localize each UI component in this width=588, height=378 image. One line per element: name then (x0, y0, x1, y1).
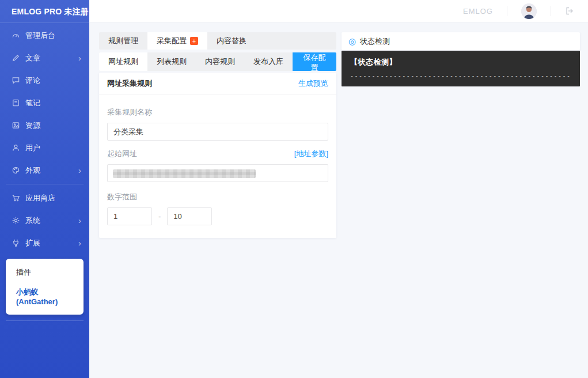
sidebar-item-label: 用户 (25, 143, 40, 153)
tab-content-replace[interactable]: 内容替换 (207, 32, 256, 50)
tab-label: 网址规则 (108, 56, 138, 67)
tab-list-rules[interactable]: 列表规则 (147, 52, 196, 71)
primary-tabbar: 规则管理 采集配置 + 内容替换 (99, 32, 336, 50)
tab-label: 列表规则 (157, 56, 187, 67)
status-panel-header: ◎ 状态检测 (342, 32, 580, 50)
sidebar-item-label: 资源 (25, 120, 40, 131)
user-icon (12, 143, 20, 152)
topbar-brand[interactable]: EMLOG (463, 7, 493, 16)
topbar: EMLOG (89, 0, 588, 22)
tab-publish[interactable]: 发布入库 (244, 52, 293, 71)
chevron-right-icon: › (78, 239, 81, 247)
card-title: 网址采集规则 (107, 78, 152, 89)
status-check-column: ◎ 状态检测 【状态检测】 --------------------------… (342, 32, 580, 86)
start-url-label-row: 起始网址 [地址参数] (107, 149, 328, 159)
tab-content-rules[interactable]: 内容规则 (196, 52, 244, 71)
sidebar-item-label: 外观 (25, 165, 40, 176)
tab-label: 内容替换 (217, 36, 246, 46)
range-to-input[interactable] (167, 207, 212, 225)
url-rule-card: 网址采集规则 生成预览 采集规则名称 起始网址 [地址参数] 数字范围 (99, 73, 336, 238)
logout-icon[interactable] (565, 6, 574, 16)
palette-icon (12, 166, 20, 175)
sidebar-divider (6, 184, 84, 184)
censored-url-value (113, 169, 256, 178)
cart-icon (12, 194, 20, 202)
tab-url-rules[interactable]: 网址规则 (99, 52, 147, 71)
image-icon (12, 121, 20, 130)
collector-config-column: 规则管理 采集配置 + 内容替换 网址规则 列表规则 内容规则 (99, 32, 336, 238)
sidebar-item-label: 系统 (25, 216, 40, 226)
range-from-input[interactable] (107, 207, 152, 225)
pencil-icon (12, 54, 20, 62)
sidebar-menu: 管理后台 文章 › 评论 笔记 (0, 23, 89, 321)
sidebar-item-extensions[interactable]: 扩展 › (0, 232, 89, 254)
range-separator: - (158, 212, 161, 221)
gear-icon (12, 216, 20, 225)
chevron-right-icon: › (78, 166, 81, 175)
sidebar-item-label: 应用商店 (25, 193, 55, 203)
rule-name-input[interactable] (107, 123, 328, 141)
sidebar: EMLOG PRO 未注册 管理后台 文章 › 评论 (0, 0, 89, 378)
avatar[interactable] (521, 3, 537, 19)
rule-name-label: 采集规则名称 (107, 107, 328, 118)
sidebar-item-notes[interactable]: 笔记 (0, 92, 89, 114)
sidebar-item-label: 扩展 (25, 238, 40, 248)
console-divider-line: ----------------------------------------… (350, 73, 571, 79)
tab-label: 规则管理 (108, 36, 138, 46)
card-body: 采集规则名称 起始网址 [地址参数] 数字范围 - (99, 94, 336, 238)
sidebar-item-app-store[interactable]: 应用商店 (0, 187, 89, 209)
submenu-item-plugins[interactable]: 插件 (6, 263, 84, 282)
number-range-label: 数字范围 (107, 192, 328, 202)
sidebar-item-label: 笔记 (25, 98, 40, 108)
topbar-separator (551, 6, 551, 16)
sidebar-item-label: 管理后台 (25, 31, 55, 41)
note-icon (12, 99, 20, 107)
sidebar-item-dashboard[interactable]: 管理后台 (0, 24, 89, 47)
sidebar-item-label: 文章 (25, 53, 40, 63)
emlog-admin-page: EMLOG PRO 未注册 管理后台 文章 › 评论 (0, 0, 588, 378)
tab-label: 发布入库 (253, 56, 283, 67)
secondary-tabbar: 网址规则 列表规则 内容规则 发布入库 保存配置 (99, 52, 336, 71)
target-icon: ◎ (348, 37, 356, 46)
sidebar-item-resources[interactable]: 资源 (0, 114, 89, 137)
submenu-item-antgather[interactable]: 小蚂蚁(AntGather) (6, 282, 84, 311)
sidebar-item-appearance[interactable]: 外观 › (0, 159, 89, 182)
plus-badge: + (190, 37, 198, 45)
tab-collect-config[interactable]: 采集配置 + (147, 32, 207, 50)
app-title: EMLOG PRO 未注册 (0, 0, 89, 23)
comment-icon (12, 76, 20, 85)
tab-label: 采集配置 (157, 36, 187, 46)
url-params-link[interactable]: [地址参数] (294, 149, 328, 159)
save-config-button[interactable]: 保存配置 (293, 52, 336, 71)
number-range-row: - (107, 207, 328, 225)
console-heading: 【状态检测】 (350, 57, 571, 67)
sidebar-item-system[interactable]: 系统 › (0, 209, 89, 232)
sidebar-item-articles[interactable]: 文章 › (0, 47, 89, 69)
card-header: 网址采集规则 生成预览 (99, 73, 336, 94)
plug-icon (12, 239, 20, 247)
sidebar-item-label: 评论 (25, 75, 40, 86)
generate-preview-link[interactable]: 生成预览 (298, 78, 328, 89)
sidebar-item-comments[interactable]: 评论 (0, 69, 89, 92)
chevron-right-icon: › (78, 54, 81, 62)
sidebar-item-users[interactable]: 用户 (0, 137, 89, 159)
start-url-label: 起始网址 (107, 149, 137, 159)
start-url-input[interactable] (107, 164, 328, 182)
status-console: 【状态检测】 ---------------------------------… (342, 51, 580, 86)
extensions-submenu: 插件 小蚂蚁(AntGather) (6, 259, 84, 315)
tab-label: 内容规则 (205, 56, 235, 67)
topbar-separator (507, 6, 507, 16)
status-panel-title: 状态检测 (360, 36, 390, 47)
chevron-right-icon: › (78, 216, 81, 225)
main-content: 规则管理 采集配置 + 内容替换 网址规则 列表规则 内容规则 (89, 22, 588, 378)
sidebar-divider (6, 320, 84, 321)
dashboard-icon (12, 31, 20, 40)
tab-rule-management[interactable]: 规则管理 (99, 32, 147, 50)
